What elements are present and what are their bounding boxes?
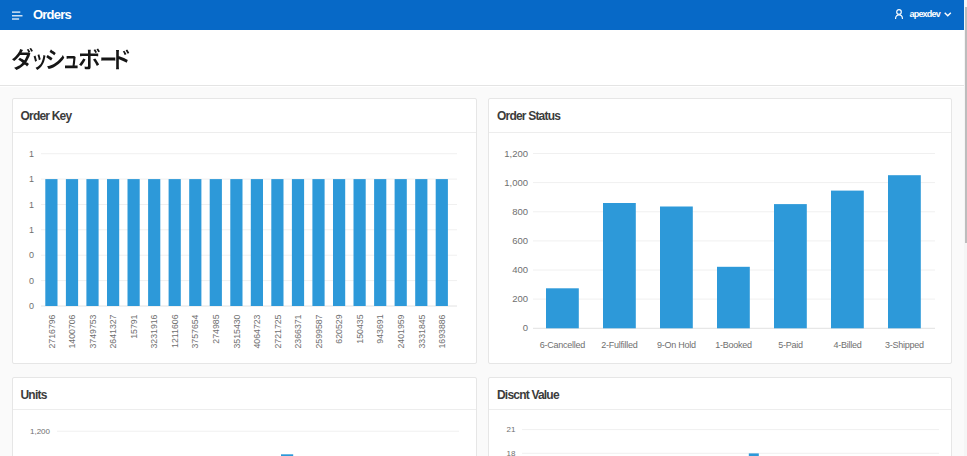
- svg-text:620529: 620529: [334, 314, 344, 343]
- svg-text:1: 1: [29, 174, 34, 184]
- svg-text:1211606: 1211606: [170, 314, 180, 348]
- svg-text:3331845: 3331845: [417, 314, 427, 348]
- svg-text:600: 600: [512, 235, 528, 246]
- svg-text:1: 1: [29, 149, 34, 159]
- svg-text:2-Fulfilled: 2-Fulfilled: [601, 340, 638, 350]
- svg-text:1: 1: [29, 225, 34, 235]
- svg-text:4064723: 4064723: [252, 314, 262, 348]
- svg-text:2401959: 2401959: [396, 314, 406, 348]
- svg-text:2641327: 2641327: [108, 314, 118, 348]
- svg-text:1,200: 1,200: [30, 427, 51, 436]
- svg-text:943691: 943691: [375, 314, 385, 343]
- svg-text:3749753: 3749753: [88, 314, 98, 348]
- svg-text:0: 0: [29, 276, 34, 286]
- svg-text:2721725: 2721725: [273, 314, 283, 348]
- svg-text:1693886: 1693886: [437, 314, 447, 348]
- svg-text:3757654: 3757654: [190, 314, 200, 348]
- svg-text:3-Shipped: 3-Shipped: [885, 340, 924, 350]
- svg-text:2599587: 2599587: [314, 314, 324, 348]
- svg-text:6-Cancelled: 6-Cancelled: [540, 340, 586, 350]
- svg-text:21: 21: [507, 425, 516, 434]
- svg-text:3515430: 3515430: [232, 314, 242, 348]
- svg-text:400: 400: [512, 264, 528, 275]
- svg-text:2716796: 2716796: [47, 314, 57, 348]
- svg-text:4-Billed: 4-Billed: [833, 340, 861, 350]
- svg-text:3231916: 3231916: [149, 314, 159, 348]
- svg-text:800: 800: [512, 206, 528, 217]
- svg-text:1400706: 1400706: [67, 314, 77, 348]
- svg-text:18: 18: [507, 449, 516, 456]
- svg-text:9-On Hold: 9-On Hold: [657, 340, 696, 350]
- svg-text:1,000: 1,000: [504, 177, 528, 188]
- svg-text:2366371: 2366371: [293, 314, 303, 348]
- svg-text:1: 1: [29, 200, 34, 210]
- svg-text:200: 200: [512, 293, 528, 304]
- svg-text:5-Paid: 5-Paid: [778, 340, 803, 350]
- svg-text:1,200: 1,200: [504, 148, 528, 159]
- svg-text:15791: 15791: [129, 314, 139, 338]
- svg-text:1-Booked: 1-Booked: [715, 340, 752, 350]
- svg-text:0: 0: [29, 301, 34, 311]
- svg-text:150435: 150435: [355, 314, 365, 343]
- svg-text:274985: 274985: [211, 314, 221, 343]
- svg-text:0: 0: [29, 250, 34, 260]
- svg-text:0: 0: [523, 322, 528, 333]
